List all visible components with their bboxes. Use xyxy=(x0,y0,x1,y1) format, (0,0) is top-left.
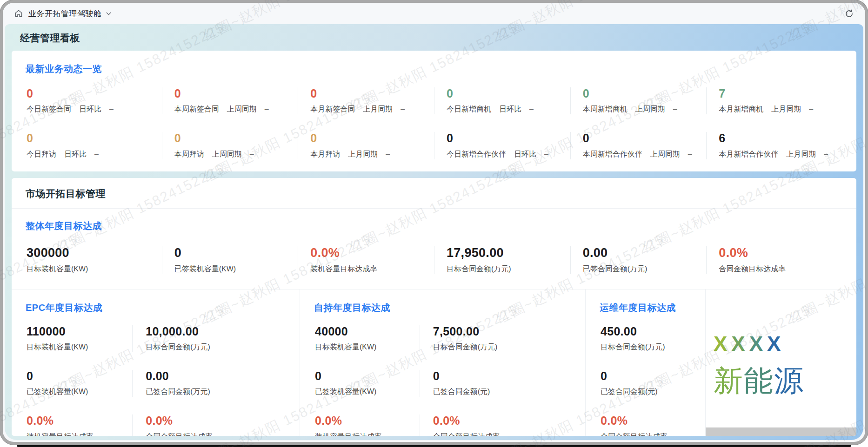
management-board: 经营管理看板 最新业务动态一览 0 今日新签合同日环比– 0 本周新签合同上周同… xyxy=(5,24,863,440)
stat-label: 本周新增商机 xyxy=(583,105,628,114)
market-target-title: 市场开拓目标管理 xyxy=(12,178,856,209)
latest-dynamics-card: 最新业务动态一览 0 今日新签合同日环比– 0 本周新签合同上周同期– 0 本月… xyxy=(12,51,856,171)
stat-label: 目标装机容量(KW) xyxy=(315,342,376,352)
latest-dynamics-title[interactable]: 最新业务动态一览 xyxy=(26,63,842,75)
stat-compare-value: – xyxy=(544,150,548,158)
stat-value: 0 xyxy=(310,132,434,144)
stat-card: 0.0% 合同金额目标达成率 xyxy=(706,246,842,274)
stat-card: 7 本月新增商机上月同期– xyxy=(706,87,842,114)
stat-value: 450.00 xyxy=(601,325,691,337)
logo-gray-bar xyxy=(706,427,856,436)
stat-compare-label: 上周同期 xyxy=(227,105,257,114)
stat-compare-value: – xyxy=(673,105,677,113)
stat-card: 0 已签装机容量(KW) xyxy=(314,370,420,397)
page-title[interactable]: 业务开拓管理驾驶舱 xyxy=(28,8,102,19)
stat-card: 0 今日新增商机日环比– xyxy=(434,87,570,114)
annual-target-panels: EPC年度目标达成 110000 目标装机容量(KW) 10,000.00 目标… xyxy=(12,289,856,436)
stat-label: 合同金额目标达成率 xyxy=(433,432,500,436)
stat-label: 目标合同金额(万元) xyxy=(447,264,511,274)
stat-compare-label: 日环比 xyxy=(79,105,101,114)
stat-label: 本周新签合同 xyxy=(174,105,219,114)
logo-char: X xyxy=(767,332,785,355)
stat-label: 今日新增商机 xyxy=(447,105,491,114)
stat-value: 0 xyxy=(27,87,162,99)
stat-label: 装机容量目标达成率 xyxy=(27,432,93,436)
stat-compare-value: – xyxy=(386,150,390,158)
stat-compare-value: – xyxy=(401,105,405,113)
app-window: 业务开拓管理驾驶舱 经营管理看板 最新业务动态一览 0 今日新签合同日环比– xyxy=(0,0,868,445)
stat-card: 0 今日拜访日环比– xyxy=(26,132,162,159)
stat-label: 今日拜访 xyxy=(27,150,56,159)
stat-label: 已签合同金额(万元) xyxy=(146,387,210,397)
company-logo: XXXX 新能源 xyxy=(706,289,856,436)
stat-compare-label: 上周同期 xyxy=(650,150,680,159)
om-target-title[interactable]: 运维年度目标达成 xyxy=(600,302,691,314)
stat-compare-value: – xyxy=(109,105,114,113)
stat-value: 0 xyxy=(27,370,132,382)
stat-compare-label: 日环比 xyxy=(499,105,521,114)
stat-card: 0.0% 合同金额目标达成率 xyxy=(420,414,571,436)
stat-card: 0 本周新增商机上周同期– xyxy=(570,87,707,114)
stat-label: 目标合同金额(万元) xyxy=(146,342,210,352)
stat-label: 目标合同金额(万元) xyxy=(601,342,665,352)
stat-card: 7,500.00 目标合同金额(万元) xyxy=(420,325,571,352)
chevron-down-icon[interactable] xyxy=(106,11,112,17)
stat-value: 17,950.00 xyxy=(447,246,570,259)
stat-label: 合同金额目标达成率 xyxy=(719,264,786,274)
stat-compare-value: – xyxy=(94,150,99,158)
stat-card: 0.0% 合同金额目标达成率 xyxy=(600,414,691,436)
stat-card: 0 本周拜访上周同期– xyxy=(162,132,298,159)
stat-value: 0 xyxy=(447,132,570,144)
stat-label: 合同金额目标达成率 xyxy=(146,432,213,436)
stat-value: 0 xyxy=(601,370,691,382)
stat-card: 0.0% 合同金额目标达成率 xyxy=(132,414,286,436)
home-icon[interactable] xyxy=(14,9,23,18)
stat-label: 目标装机容量(KW) xyxy=(27,342,88,352)
self-held-target-title[interactable]: 自持年度目标达成 xyxy=(314,302,571,314)
stat-value: 10,000.00 xyxy=(146,325,286,337)
stat-compare-value: – xyxy=(824,150,828,158)
stat-card: 110000 目标装机容量(KW) xyxy=(26,325,132,352)
stat-label: 已签合同金额(元) xyxy=(601,387,658,397)
latest-dynamics-grid: 0 今日新签合同日环比– 0 本周新签合同上周同期– 0 本月新签合同上月同期–… xyxy=(26,87,842,159)
logo-char: 新 xyxy=(714,364,744,397)
overall-target-title[interactable]: 整体年度目标达成 xyxy=(26,220,842,232)
board-title: 经营管理看板 xyxy=(11,24,857,51)
om-target-panel: 运维年度目标达成 450.00 目标合同金额(万元) 0 已签合同金额(元) xyxy=(586,289,706,436)
epc-target-title[interactable]: EPC年度目标达成 xyxy=(26,302,286,314)
stat-label: 本周新增合作伙伴 xyxy=(583,150,642,159)
stat-compare-label: 上月同期 xyxy=(348,150,378,159)
stat-compare-label: 上月同期 xyxy=(786,150,816,159)
stat-label: 目标装机容量(KW) xyxy=(27,264,88,274)
epc-target-grid: 110000 目标装机容量(KW) 10,000.00 目标合同金额(万元) 0… xyxy=(26,325,286,436)
stat-value: 7,500.00 xyxy=(433,325,571,337)
stat-label: 已签合同金额(万元) xyxy=(583,264,648,274)
market-target-card: 市场开拓目标管理 整体年度目标达成 300000 目标装机容量(KW) 0 已签… xyxy=(12,178,856,436)
stat-label: 本月新增商机 xyxy=(719,105,763,114)
stat-label: 目标合同金额(万元) xyxy=(433,342,498,352)
stat-card: 40000 目标装机容量(KW) xyxy=(314,325,420,352)
stat-value: 0.00 xyxy=(146,370,286,382)
stat-label: 已签装机容量(KW) xyxy=(27,387,88,397)
stat-card: 0 本周新签合同上周同期– xyxy=(162,87,298,114)
stat-card: 0 本周新增合作伙伴上周同期– xyxy=(570,132,707,159)
stat-card: 0 本月拜访上月同期– xyxy=(298,132,434,159)
stat-label: 本月新增合作伙伴 xyxy=(719,150,778,159)
stat-card: 0 今日新增合作伙伴日环比– xyxy=(434,132,570,159)
stat-card: 450.00 目标合同金额(万元) xyxy=(600,325,691,352)
stat-compare-value: – xyxy=(809,105,813,113)
stat-value: 0.0% xyxy=(601,414,691,427)
stat-value: 0 xyxy=(447,87,570,99)
stat-compare-label: 上月同期 xyxy=(771,105,801,114)
company-logo-chinese: 新能源 xyxy=(714,365,856,396)
stat-label: 本月拜访 xyxy=(310,150,340,159)
stat-label: 装机容量目标达成率 xyxy=(315,432,382,436)
stat-card: 0.00 已签合同金额(万元) xyxy=(570,246,707,274)
stat-value: 6 xyxy=(719,132,842,144)
logo-char: 能 xyxy=(744,364,774,397)
refresh-icon[interactable] xyxy=(844,9,854,19)
stat-card: 0 已签装机容量(KW) xyxy=(162,246,298,274)
stat-value: 0.0% xyxy=(315,414,420,427)
logo-char: X xyxy=(731,332,749,355)
stat-value: 0.00 xyxy=(583,246,707,259)
